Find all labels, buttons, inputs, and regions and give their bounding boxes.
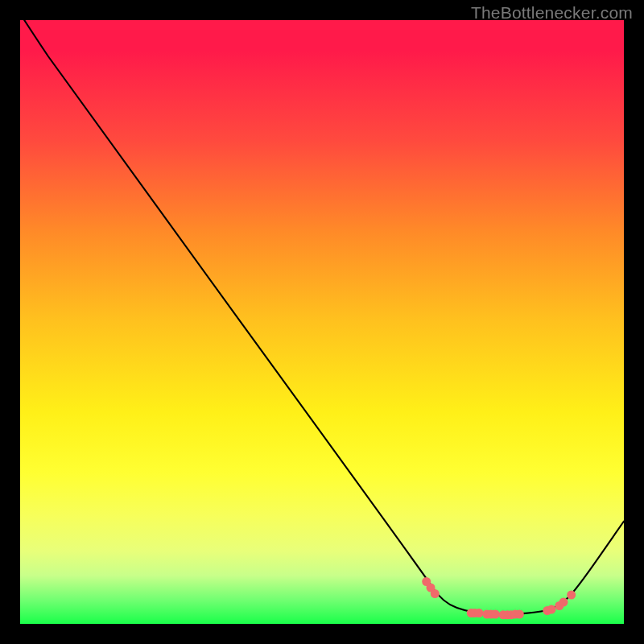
marker-point [475,609,484,617]
chart-svg [20,20,624,624]
attribution-label: TheBottlenecker.com [471,3,633,23]
marker-point [515,610,524,619]
bottleneck-curve [24,20,624,614]
marker-point [547,605,556,614]
chart-frame: TheBottlenecker.com [0,0,644,644]
marker-point [559,598,568,607]
marker-group [422,577,576,619]
marker-point [431,589,440,598]
marker-point [491,610,500,619]
marker-point [567,591,576,600]
plot-area [20,20,624,624]
